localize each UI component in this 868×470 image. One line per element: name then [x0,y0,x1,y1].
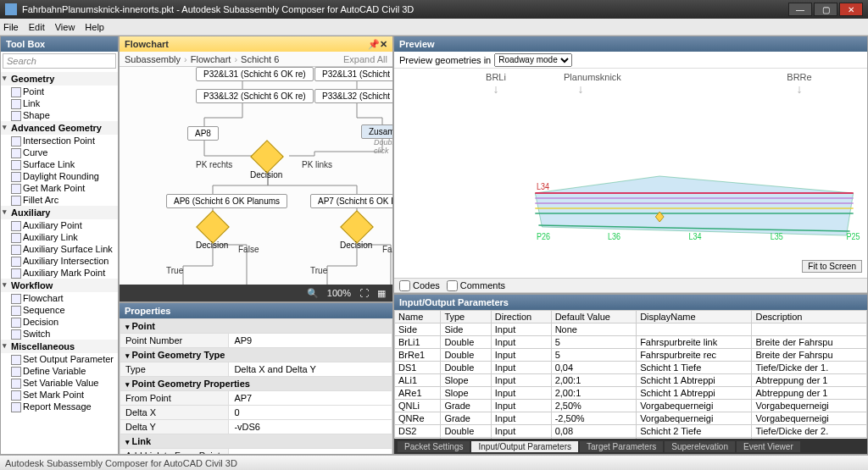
label-pk-rechts: PK rechts [196,160,232,169]
toolbox-item[interactable]: Set Variable Value [1,377,118,389]
maximize-button[interactable]: ▢ [814,3,837,16]
svg-text:L36: L36 [608,231,620,241]
node-p33a[interactable]: P33&L32 (Schicht 6 OK re) [196,89,314,103]
toolbox-group[interactable]: Advanced Geometry [1,121,118,135]
preview-panel: Preview Preview geometries in Roadway mo… [393,36,868,294]
minimize-button[interactable]: — [788,3,812,16]
close-button[interactable]: ✕ [839,3,863,16]
bottom-tab[interactable]: Target Parameters [580,441,663,452]
node-ap7[interactable]: AP7 (Schicht 6 OK Planums [310,194,392,208]
toolbox-item[interactable]: Report Message [1,401,118,412]
menubar: File Edit View Help [0,19,868,36]
flowchart-panel: Flowchart📌 ✕ Subassembly› Flowchart› Sch… [119,36,393,302]
svg-text:L34: L34 [537,181,549,191]
codes-checkbox[interactable]: Codes [399,280,440,291]
bottom-tab[interactable]: Packet Settings [398,441,470,452]
toolbox-item[interactable]: Shape [1,109,118,121]
decision-right[interactable]: Decision [345,215,369,239]
toolbox-item[interactable]: Set Output Parameter [1,353,118,365]
fit-to-screen-button[interactable]: Fit to Screen [802,260,862,273]
fit-icon[interactable]: ⛶ [359,288,369,298]
menu-file[interactable]: File [3,22,19,32]
label-false-r: False [382,245,392,254]
menu-view[interactable]: View [55,22,75,32]
label-false-l: False [238,245,259,254]
toolbox-item[interactable]: Auxiliary Intersection [1,255,118,267]
toolbox-item[interactable]: Auxiliary Point [1,219,118,231]
node-ap6[interactable]: AP6 (Schicht 6 OK Planums [166,194,287,208]
toolbox-item[interactable]: Switch [1,328,118,340]
decision-top[interactable]: Decision [255,145,279,169]
bottom-tab[interactable]: Event Viewer [737,441,800,452]
svg-text:P25: P25 [847,231,860,241]
menu-edit[interactable]: Edit [29,22,45,32]
label-true-l: True [166,266,183,275]
toolbox-item[interactable]: Curve [1,147,118,158]
toolbox-item[interactable]: Fillet Arc [1,194,118,206]
node-ap8[interactable]: AP8 [187,126,219,141]
crumb-0[interactable]: Subassembly [125,54,181,64]
toolbox-item[interactable]: Point [1,86,118,97]
properties-header: Properties [120,303,392,318]
toolbox-group[interactable]: Miscellaneous [1,340,118,353]
node-top1[interactable]: P32&L31 (Schicht 6 OK re) [196,67,314,81]
toolbox-item[interactable]: Flowchart [1,292,118,304]
toolbox-item[interactable]: Daylight Rounding [1,170,118,182]
svg-text:L34: L34 [688,231,701,241]
properties-grid[interactable]: PointPoint NumberAP9Point Geometry TypeT… [120,318,392,454]
zoom-value: 100% [327,288,351,298]
breadcrumb: Subassembly› Flowchart› Schicht 6 Expand… [120,52,392,67]
expand-all-icon[interactable]: Expand All [343,54,387,64]
hint-doubleclick: Double-click [374,138,392,155]
comments-checkbox[interactable]: Comments [447,280,505,291]
toolbox-item[interactable]: Define Variable [1,365,118,377]
flowchart-canvas[interactable]: P32&L31 (Schicht 6 OK re) P32&L31 (Schic… [120,67,392,285]
toolbox-item[interactable]: Sequence [1,304,118,316]
toolbox-item[interactable]: Link [1,97,118,109]
toolbox-search[interactable]: Search [3,53,116,69]
crumb-2[interactable]: Schicht 6 [241,54,279,64]
bottom-tab[interactable]: Input/Output Parameters [471,441,578,452]
statusbar: Autodesk Subassembly Composer for AutoCA… [0,455,868,470]
node-zusammen[interactable]: Zusammenführu [361,124,392,139]
x-icon[interactable]: ✕ [380,39,387,50]
toolbox-group[interactable]: Workflow [1,279,118,292]
toolbox-header: Tool Box [1,36,118,52]
toolbox-item[interactable]: Auxiliary Mark Point [1,267,118,279]
pin-icon[interactable]: 📌 [368,39,380,50]
toolbox-item[interactable]: Auxiliary Surface Link [1,243,118,255]
svg-text:P26: P26 [537,231,550,241]
toolbox-item[interactable]: Auxiliary Link [1,231,118,243]
params-header: Input/Output Parameters [394,295,867,310]
preview-tabs: Codes Comments [394,278,867,293]
app-icon [5,3,17,15]
toolbox-item[interactable]: Surface Link [1,158,118,170]
toolbox-item[interactable]: Decision [1,316,118,328]
zoom-icon[interactable]: 🔍 [307,288,319,299]
preview-mode-select[interactable]: Roadway mode [494,53,572,67]
toolbox-group[interactable]: Geometry [1,72,118,86]
params-panel: Input/Output Parameters NameTypeDirectio… [393,294,868,455]
bottom-tab[interactable]: Superelevation [665,441,735,452]
label-pk-links: PK links [302,160,332,169]
decision-left[interactable]: Decision [201,215,225,239]
toolbox-item[interactable]: Get Mark Point [1,182,118,194]
crumb-1[interactable]: Flowchart [191,54,231,64]
toolbox-item[interactable]: Set Mark Point [1,389,118,401]
toolbox-panel: Tool Box Search GeometryPointLinkShapeAd… [0,36,119,455]
flowchart-header: Flowchart📌 ✕ [120,36,392,52]
toolbox-item[interactable]: Intersection Point [1,135,118,147]
params-grid[interactable]: NameTypeDirectionDefault ValueDisplayNam… [394,310,867,439]
flowchart-footer: 🔍 100% ⛶ ▦ [120,285,392,301]
node-top2[interactable]: P32&L31 (Schicht 6 OK li) [314,67,392,81]
properties-panel: Properties PointPoint NumberAP9Point Geo… [119,302,393,455]
preview-canvas[interactable]: BRLi↓ Planumsknick↓ BRRe↓ [394,69,867,278]
menu-help[interactable]: Help [85,22,104,32]
window-title: FahrbahnPlanumsknick-innerorts.pkt - Aut… [22,4,414,14]
svg-text:L35: L35 [771,231,783,241]
toolbox-tree[interactable]: GeometryPointLinkShapeAdvanced GeometryI… [1,70,118,454]
preview-header: Preview [394,36,867,52]
node-p33b[interactable]: P33&L32 (Schicht 6 OK li) [314,89,392,103]
toolbox-group[interactable]: Auxiliary [1,206,118,219]
overview-icon[interactable]: ▦ [377,288,386,299]
